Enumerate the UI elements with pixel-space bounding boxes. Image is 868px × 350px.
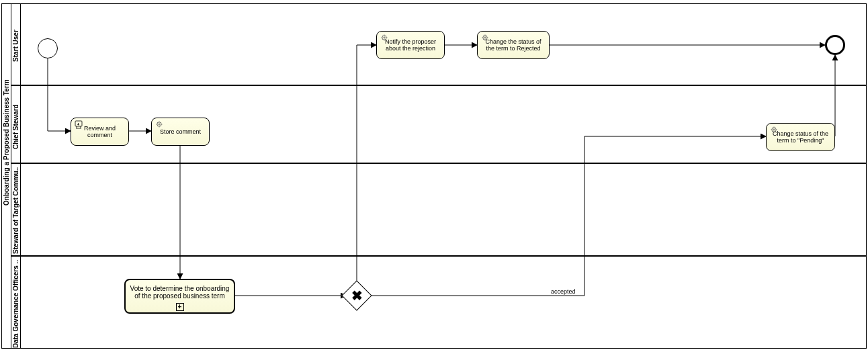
user-task-icon (75, 120, 84, 130)
start-event[interactable] (38, 38, 58, 58)
gear-icon (770, 126, 779, 135)
task-store-comment[interactable]: Store comment (151, 118, 210, 146)
task-review-comment[interactable]: Review and comment (71, 118, 129, 146)
lane-title-start-user: Start User (12, 30, 19, 62)
task-review-label: Review and comment (84, 125, 116, 139)
subprocess-expand-marker[interactable]: + (176, 303, 184, 311)
subprocess-vote-label: Vote to determine the onboarding of the … (129, 285, 230, 300)
bpmn-canvas: Onboarding a Proposed Business Term Star… (0, 0, 868, 350)
lane-border-3 (11, 255, 866, 257)
task-change-rejected[interactable]: Change the status of the term to Rejecte… (477, 31, 550, 59)
lane-title-chief-steward: Chief Steward (12, 104, 19, 149)
svg-point-2 (159, 124, 160, 125)
pool-title: Onboarding a Proposed Business Term (3, 79, 10, 206)
lane-strip-steward-target: Steward of Target Commu.. (11, 163, 21, 255)
svg-point-6 (484, 37, 486, 38)
lane-border-1 (11, 85, 866, 86)
svg-point-4 (384, 37, 385, 38)
gear-icon (380, 34, 390, 43)
lane-strip-start-user: Start User (11, 4, 21, 85)
gear-icon (155, 120, 165, 130)
svg-rect-0 (75, 121, 82, 126)
gear-icon (481, 34, 490, 43)
pool-title-strip: Onboarding a Proposed Business Term (2, 4, 11, 348)
task-change-rejected-label: Change the status of the term to Rejecte… (481, 38, 546, 52)
lane-strip-chief-steward: Chief Steward (11, 85, 21, 163)
lane-strip-dg-officers: Data Governance Officers .. (11, 255, 21, 349)
end-event[interactable] (825, 35, 845, 55)
task-store-label: Store comment (160, 128, 201, 135)
svg-point-8 (773, 129, 775, 130)
exclusive-gateway[interactable]: ✖ (346, 285, 367, 306)
lane-title-steward-target: Steward of Target Commu.. (12, 167, 19, 254)
flow-label-accepted: accepted (551, 288, 576, 295)
subprocess-vote[interactable]: Vote to determine the onboarding of the … (124, 279, 235, 314)
task-notify-proposer[interactable]: Notify the proposer about the rejection (376, 31, 445, 59)
lane-border-2 (11, 163, 866, 164)
task-change-pending[interactable]: Change status of the term to "Pending" (766, 123, 835, 151)
lane-title-dg-officers: Data Governance Officers .. (12, 260, 19, 348)
